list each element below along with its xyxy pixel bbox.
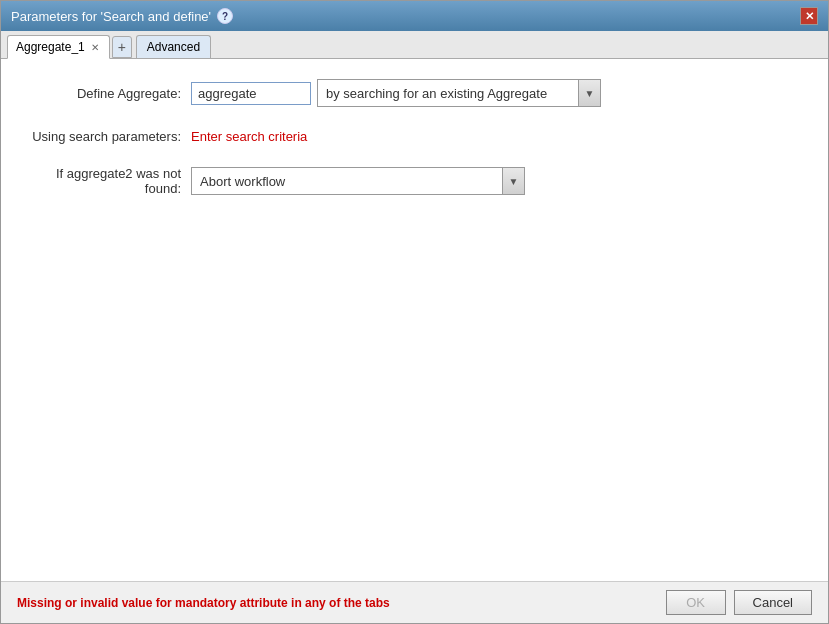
- tab-aggregate1-close[interactable]: ✕: [89, 41, 101, 53]
- not-found-row: If aggregate2 was not found: Abort workf…: [21, 166, 808, 196]
- cancel-button[interactable]: Cancel: [734, 590, 812, 615]
- footer-buttons: OK Cancel: [666, 590, 812, 615]
- close-button[interactable]: ✕: [800, 7, 818, 25]
- not-found-dropdown-arrow[interactable]: ▼: [502, 168, 524, 194]
- title-bar-left: Parameters for 'Search and define' ?: [11, 8, 233, 24]
- content-area: Define Aggregate: by searching for an ex…: [1, 59, 828, 581]
- dialog-title: Parameters for 'Search and define': [11, 9, 211, 24]
- define-aggregate-label: Define Aggregate:: [21, 86, 191, 101]
- aggregate-dropdown[interactable]: by searching for an existing Aggregate ▼: [317, 79, 601, 107]
- tab-advanced-label: Advanced: [147, 40, 200, 54]
- footer: Missing or invalid value for mandatory a…: [1, 581, 828, 623]
- title-bar: Parameters for 'Search and define' ? ✕: [1, 1, 828, 31]
- not-found-dropdown[interactable]: Abort workflow ▼: [191, 167, 525, 195]
- aggregate-text-input[interactable]: [191, 82, 311, 105]
- aggregate-dropdown-arrow[interactable]: ▼: [578, 80, 600, 106]
- not-found-dropdown-text: Abort workflow: [192, 171, 502, 192]
- dialog-container: Parameters for 'Search and define' ? ✕ A…: [0, 0, 829, 624]
- help-icon[interactable]: ?: [217, 8, 233, 24]
- tab-aggregate1-label: Aggregate_1: [16, 40, 85, 54]
- not-found-label: If aggregate2 was not found:: [21, 166, 191, 196]
- search-parameters-label: Using search parameters:: [21, 129, 191, 144]
- chevron-down-icon-2: ▼: [509, 176, 519, 187]
- tab-advanced[interactable]: Advanced: [136, 35, 211, 58]
- define-aggregate-controls: by searching for an existing Aggregate ▼: [191, 79, 601, 107]
- tab-bar: Aggregate_1 ✕ + Advanced: [1, 31, 828, 59]
- aggregate-dropdown-text: by searching for an existing Aggregate: [318, 83, 578, 104]
- footer-error-message: Missing or invalid value for mandatory a…: [17, 596, 390, 610]
- not-found-controls: Abort workflow ▼: [191, 167, 525, 195]
- chevron-down-icon: ▼: [585, 88, 595, 99]
- define-aggregate-row: Define Aggregate: by searching for an ex…: [21, 79, 808, 107]
- ok-button[interactable]: OK: [666, 590, 726, 615]
- tab-add-button[interactable]: +: [112, 36, 132, 58]
- search-criteria-controls: Enter search criteria: [191, 129, 307, 144]
- tab-aggregate1[interactable]: Aggregate_1 ✕: [7, 35, 110, 59]
- search-parameters-row: Using search parameters: Enter search cr…: [21, 129, 808, 144]
- enter-search-criteria-link[interactable]: Enter search criteria: [191, 129, 307, 144]
